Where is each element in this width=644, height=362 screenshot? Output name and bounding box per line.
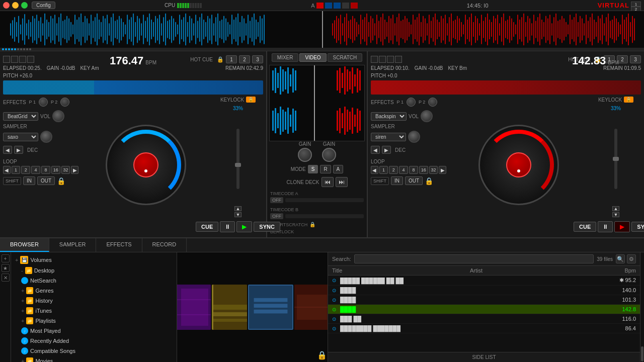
left-pitch-down[interactable]: ▼	[234, 212, 242, 217]
file-row-1[interactable]: ⊙ █████ ██████ ██ ██ ✱ 95.2	[328, 276, 640, 286]
tab-browser[interactable]: BROWSER	[0, 238, 49, 252]
right-effect-select[interactable]: Backspin	[371, 112, 407, 121]
left-effect-select[interactable]: BeatGrid	[3, 112, 38, 121]
left-loop-1[interactable]: 1	[12, 166, 21, 174]
mixer-gain-knob-r[interactable]	[322, 148, 336, 162]
sidebar-item-history[interactable]: + 📁 History	[11, 296, 177, 306]
file-row-2[interactable]: ⊙ ████ 140.0	[328, 286, 640, 295]
left-vol-knob[interactable]	[52, 110, 64, 122]
mixer-mode-s[interactable]: S	[308, 165, 318, 173]
left-in-btn[interactable]: IN	[23, 176, 35, 185]
left-out-btn[interactable]: OUT	[37, 176, 55, 185]
left-mini-waveform[interactable]	[3, 80, 263, 95]
right-deck-sq-4[interactable]	[395, 56, 402, 63]
right-effect-knob-2[interactable]	[428, 98, 437, 107]
hotcue-btn-3[interactable]: 3	[252, 55, 263, 63]
main-waveform[interactable]	[0, 11, 644, 48]
sidebar-item-netsearch[interactable]: 🌐 NetSearch	[11, 276, 177, 286]
left-effect-knob-1[interactable]	[39, 98, 48, 107]
right-effect-knob-1[interactable]	[407, 98, 416, 107]
left-pitch-slider[interactable]	[236, 129, 239, 189]
config-button[interactable]: Config	[32, 2, 55, 9]
right-deck-sq-1[interactable]	[371, 56, 378, 63]
right-loop-back[interactable]: ◀	[371, 166, 378, 174]
tab-effects[interactable]: EFFECTS	[96, 238, 142, 252]
right-keylock-btn[interactable]: 🔒	[624, 97, 633, 103]
left-keylock-btn[interactable]: 🔒	[246, 97, 256, 103]
right-fwd-btn[interactable]: ▶	[382, 146, 391, 154]
album-thumb-4[interactable]	[294, 285, 329, 330]
file-row-4[interactable]: ⊙ ████ 142.8	[328, 305, 640, 314]
left-play-btn[interactable]: ▶	[236, 221, 252, 232]
tab-video[interactable]: VIDEO	[299, 53, 326, 62]
right-turntable[interactable]	[478, 125, 559, 205]
sidebar-icon-add[interactable]: +	[2, 254, 10, 262]
sidebar-item-volumes[interactable]: + 💾 Volumes	[11, 254, 177, 265]
scrollbar[interactable]	[640, 252, 644, 362]
file-row-3[interactable]: ⊙ ████ 101.3	[328, 295, 640, 305]
close-button[interactable]	[3, 2, 10, 9]
hotcue-btn-1[interactable]: 1	[226, 55, 237, 63]
deck-sq-1[interactable]	[3, 56, 10, 63]
file-row-6[interactable]: ⊙ ████████ ███████ 86.4	[328, 324, 640, 333]
mixer-mode-r[interactable]: R	[320, 165, 331, 173]
right-deck-sq-2[interactable]	[379, 56, 386, 63]
sidebar-icon-star[interactable]: ★	[2, 264, 10, 272]
right-hotcue-btn-3[interactable]: 3	[630, 55, 641, 63]
tab-sampler[interactable]: SAMPLER	[49, 238, 97, 252]
left-sync-btn[interactable]: SYNC	[254, 222, 280, 232]
sidebar-item-desktop[interactable]: - 📁 Desktop	[11, 265, 177, 276]
album-thumb-1[interactable]	[177, 285, 211, 330]
left-shift-btn[interactable]: SHIFT	[3, 177, 21, 185]
right-loop-4[interactable]: 4	[399, 166, 408, 174]
right-play-btn[interactable]: ▶	[614, 221, 630, 232]
mixer-mode-a[interactable]: A	[333, 165, 344, 173]
right-in-btn[interactable]: IN	[391, 176, 403, 185]
search-input[interactable]	[354, 254, 594, 263]
right-pitch-up[interactable]: ▲	[612, 206, 619, 211]
left-loop-fwd[interactable]: ▶	[71, 166, 78, 174]
sidebar-item-most-played[interactable]: ♪ Most Played	[11, 326, 177, 336]
left-loop-16[interactable]: 16	[51, 166, 60, 174]
left-loop-4[interactable]: 4	[31, 166, 40, 174]
maximize-button[interactable]	[21, 2, 28, 9]
left-sampler-select[interactable]: saxo	[3, 133, 38, 141]
left-fwd-btn[interactable]: ▶	[14, 146, 23, 154]
left-effect-knob-2[interactable]	[60, 98, 69, 107]
deck-sq-4[interactable]	[27, 56, 34, 63]
left-loop-8[interactable]: 8	[41, 166, 50, 174]
sidebar-item-movies[interactable]: + 📁 Movies	[11, 356, 177, 362]
minimize-button[interactable]	[12, 2, 19, 9]
sidebar-item-playlists[interactable]: + 📁 Playlists	[11, 316, 177, 326]
album-thumb-2[interactable]	[212, 285, 247, 330]
right-back-btn[interactable]: ◀	[371, 146, 380, 154]
right-pitch-down[interactable]: ▼	[612, 212, 619, 217]
right-vol-knob[interactable]	[421, 110, 433, 122]
left-loop-back[interactable]: ◀	[3, 166, 11, 174]
left-loop-2[interactable]: 2	[21, 166, 30, 174]
clone-btn-left[interactable]: ⏮	[321, 177, 334, 187]
waveform-progress[interactable]	[0, 48, 644, 51]
left-sampler-knob[interactable]	[40, 131, 52, 143]
right-loop-1[interactable]: 1	[379, 166, 388, 174]
right-loop-2[interactable]: 2	[389, 166, 398, 174]
album-thumb-3[interactable]	[248, 285, 293, 330]
search-icon-magnify[interactable]: 🔍	[616, 254, 625, 263]
right-sync-btn[interactable]: SYNC	[631, 222, 644, 232]
sidebar-item-compatible-songs[interactable]: ♪ Compatible Songs	[11, 346, 177, 356]
right-shift-btn[interactable]: SHIFT	[371, 177, 389, 185]
right-deck-sq-3[interactable]	[387, 56, 394, 63]
left-turntable[interactable]	[106, 125, 186, 205]
sidebar-item-recently-added[interactable]: ♪ Recently Added	[11, 336, 177, 346]
tab-record[interactable]: RECORD	[142, 238, 187, 252]
clone-btn-right[interactable]: ⏭	[336, 177, 348, 187]
right-loop-fwd[interactable]: ▶	[439, 166, 446, 174]
sidebar-item-itunes[interactable]: + 📁 iTunes	[11, 306, 177, 316]
right-out-btn[interactable]: OUT	[405, 176, 423, 185]
left-pause-btn[interactable]: ⏸	[220, 221, 235, 232]
left-back-btn[interactable]: ◀	[3, 146, 12, 154]
side-list-btn[interactable]: SIDE LIST	[328, 352, 640, 362]
right-sampler-select[interactable]: siren	[371, 133, 406, 141]
file-row-5[interactable]: ⊙ ███ ██ 116.0	[328, 314, 640, 324]
deck-sq-3[interactable]	[19, 56, 26, 63]
